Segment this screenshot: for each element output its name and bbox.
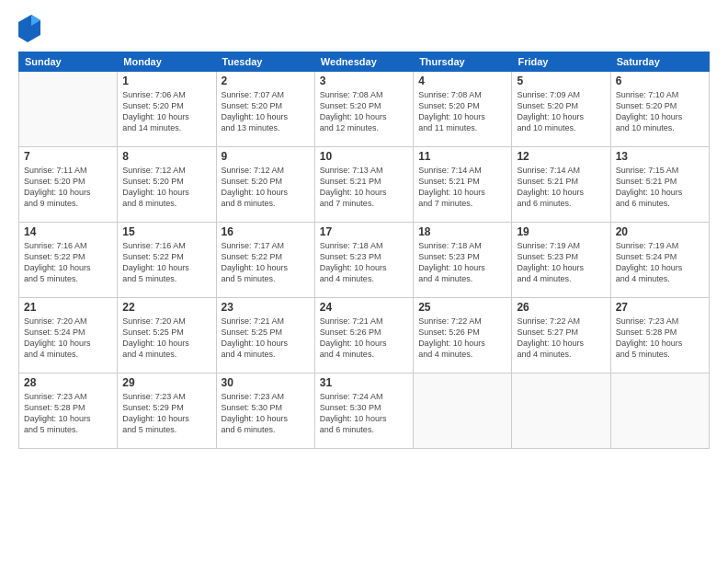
day-number: 20 [616, 225, 704, 238]
day-info: Sunrise: 7:12 AMSunset: 5:20 PMDaylight:… [122, 165, 210, 210]
day-info: Sunrise: 7:14 AMSunset: 5:21 PMDaylight:… [517, 165, 605, 210]
day-number: 22 [122, 301, 210, 314]
calendar-cell: 18Sunrise: 7:18 AMSunset: 5:23 PMDayligh… [414, 223, 512, 298]
calendar-cell: 11Sunrise: 7:14 AMSunset: 5:21 PMDayligh… [414, 147, 512, 223]
calendar-cell: 29Sunrise: 7:23 AMSunset: 5:29 PMDayligh… [118, 373, 216, 449]
day-info: Sunrise: 7:15 AMSunset: 5:21 PMDaylight:… [616, 165, 704, 210]
day-number: 27 [616, 301, 704, 314]
day-number: 21 [24, 301, 112, 314]
day-info: Sunrise: 7:21 AMSunset: 5:25 PMDaylight:… [222, 316, 310, 361]
day-info: Sunrise: 7:23 AMSunset: 5:28 PMDaylight:… [616, 316, 704, 361]
day-number: 15 [122, 225, 210, 238]
day-number: 10 [320, 150, 408, 163]
day-number: 23 [222, 301, 310, 314]
calendar-cell: 6Sunrise: 7:10 AMSunset: 5:20 PMDaylight… [610, 72, 709, 147]
day-info: Sunrise: 7:13 AMSunset: 5:21 PMDaylight:… [320, 165, 408, 210]
calendar-cell: 3Sunrise: 7:08 AMSunset: 5:20 PMDaylight… [314, 72, 413, 147]
day-number: 19 [517, 225, 605, 238]
calendar-cell: 28Sunrise: 7:23 AMSunset: 5:28 PMDayligh… [19, 373, 118, 449]
day-number: 31 [320, 376, 408, 389]
day-info: Sunrise: 7:22 AMSunset: 5:27 PMDaylight:… [517, 316, 605, 361]
day-info: Sunrise: 7:23 AMSunset: 5:30 PMDaylight:… [222, 391, 310, 436]
calendar-cell [512, 373, 610, 449]
day-number: 12 [517, 150, 605, 163]
day-info: Sunrise: 7:08 AMSunset: 5:20 PMDaylight:… [418, 89, 506, 134]
calendar-cell: 1Sunrise: 7:06 AMSunset: 5:20 PMDaylight… [118, 72, 216, 147]
weekday-header: Saturday [610, 52, 709, 72]
calendar-cell: 15Sunrise: 7:16 AMSunset: 5:22 PMDayligh… [118, 223, 216, 298]
day-info: Sunrise: 7:19 AMSunset: 5:23 PMDaylight:… [517, 240, 605, 285]
calendar-cell: 24Sunrise: 7:21 AMSunset: 5:26 PMDayligh… [314, 298, 413, 373]
day-number: 16 [222, 225, 310, 238]
day-info: Sunrise: 7:16 AMSunset: 5:22 PMDaylight:… [24, 240, 112, 285]
calendar-cell: 26Sunrise: 7:22 AMSunset: 5:27 PMDayligh… [512, 298, 610, 373]
calendar-week-row: 7Sunrise: 7:11 AMSunset: 5:20 PMDaylight… [19, 147, 710, 223]
day-number: 29 [122, 376, 210, 389]
day-info: Sunrise: 7:09 AMSunset: 5:20 PMDaylight:… [517, 89, 605, 134]
day-number: 5 [517, 75, 605, 87]
day-number: 1 [122, 75, 210, 87]
day-number: 30 [222, 376, 310, 389]
weekday-header: Tuesday [216, 52, 314, 72]
calendar-week-row: 28Sunrise: 7:23 AMSunset: 5:28 PMDayligh… [19, 373, 710, 449]
calendar-cell: 4Sunrise: 7:08 AMSunset: 5:20 PMDaylight… [414, 72, 512, 147]
day-number: 2 [222, 75, 310, 87]
day-number: 7 [24, 150, 112, 163]
day-info: Sunrise: 7:16 AMSunset: 5:22 PMDaylight:… [122, 240, 210, 285]
day-number: 11 [418, 150, 506, 163]
day-info: Sunrise: 7:12 AMSunset: 5:20 PMDaylight:… [222, 165, 310, 210]
calendar-cell: 9Sunrise: 7:12 AMSunset: 5:20 PMDaylight… [216, 147, 314, 223]
calendar-cell: 27Sunrise: 7:23 AMSunset: 5:28 PMDayligh… [610, 298, 709, 373]
day-info: Sunrise: 7:14 AMSunset: 5:21 PMDaylight:… [418, 165, 506, 210]
calendar-cell [19, 72, 118, 147]
calendar-week-row: 14Sunrise: 7:16 AMSunset: 5:22 PMDayligh… [19, 223, 710, 298]
day-number: 8 [122, 150, 210, 163]
calendar-cell: 2Sunrise: 7:07 AMSunset: 5:20 PMDaylight… [216, 72, 314, 147]
calendar-cell: 31Sunrise: 7:24 AMSunset: 5:30 PMDayligh… [314, 373, 413, 449]
day-number: 6 [616, 75, 704, 87]
calendar-cell: 5Sunrise: 7:09 AMSunset: 5:20 PMDaylight… [512, 72, 610, 147]
day-number: 17 [320, 225, 408, 238]
calendar-cell: 10Sunrise: 7:13 AMSunset: 5:21 PMDayligh… [314, 147, 413, 223]
day-number: 3 [320, 75, 408, 87]
day-number: 25 [418, 301, 506, 314]
day-info: Sunrise: 7:24 AMSunset: 5:30 PMDaylight:… [320, 391, 408, 436]
calendar-cell: 16Sunrise: 7:17 AMSunset: 5:22 PMDayligh… [216, 223, 314, 298]
day-number: 14 [24, 225, 112, 238]
calendar-cell: 21Sunrise: 7:20 AMSunset: 5:24 PMDayligh… [19, 298, 118, 373]
day-info: Sunrise: 7:07 AMSunset: 5:20 PMDaylight:… [222, 89, 310, 134]
calendar-cell: 12Sunrise: 7:14 AMSunset: 5:21 PMDayligh… [512, 147, 610, 223]
day-info: Sunrise: 7:06 AMSunset: 5:20 PMDaylight:… [122, 89, 210, 134]
day-number: 24 [320, 301, 408, 314]
logo [18, 15, 44, 42]
weekday-header-row: SundayMondayTuesdayWednesdayThursdayFrid… [19, 52, 710, 72]
calendar-week-row: 1Sunrise: 7:06 AMSunset: 5:20 PMDaylight… [19, 72, 710, 147]
calendar-cell: 13Sunrise: 7:15 AMSunset: 5:21 PMDayligh… [610, 147, 709, 223]
day-number: 26 [517, 301, 605, 314]
calendar-cell [610, 373, 709, 449]
calendar: SundayMondayTuesdayWednesdayThursdayFrid… [18, 52, 710, 449]
day-info: Sunrise: 7:10 AMSunset: 5:20 PMDaylight:… [616, 89, 704, 134]
page: SundayMondayTuesdayWednesdayThursdayFrid… [0, 0, 728, 563]
calendar-cell: 25Sunrise: 7:22 AMSunset: 5:26 PMDayligh… [414, 298, 512, 373]
weekday-header: Friday [512, 52, 610, 72]
day-number: 9 [222, 150, 310, 163]
day-info: Sunrise: 7:21 AMSunset: 5:26 PMDaylight:… [320, 316, 408, 361]
day-info: Sunrise: 7:23 AMSunset: 5:28 PMDaylight:… [24, 391, 112, 436]
day-info: Sunrise: 7:08 AMSunset: 5:20 PMDaylight:… [320, 89, 408, 134]
calendar-cell: 30Sunrise: 7:23 AMSunset: 5:30 PMDayligh… [216, 373, 314, 449]
calendar-cell [414, 373, 512, 449]
day-info: Sunrise: 7:11 AMSunset: 5:20 PMDaylight:… [24, 165, 112, 210]
calendar-week-row: 21Sunrise: 7:20 AMSunset: 5:24 PMDayligh… [19, 298, 710, 373]
day-number: 18 [418, 225, 506, 238]
calendar-cell: 8Sunrise: 7:12 AMSunset: 5:20 PMDaylight… [118, 147, 216, 223]
header [18, 15, 710, 42]
day-info: Sunrise: 7:22 AMSunset: 5:26 PMDaylight:… [418, 316, 506, 361]
calendar-cell: 19Sunrise: 7:19 AMSunset: 5:23 PMDayligh… [512, 223, 610, 298]
logo-icon [18, 15, 40, 42]
day-info: Sunrise: 7:17 AMSunset: 5:22 PMDaylight:… [222, 240, 310, 285]
calendar-cell: 23Sunrise: 7:21 AMSunset: 5:25 PMDayligh… [216, 298, 314, 373]
day-info: Sunrise: 7:19 AMSunset: 5:24 PMDaylight:… [616, 240, 704, 285]
calendar-cell: 7Sunrise: 7:11 AMSunset: 5:20 PMDaylight… [19, 147, 118, 223]
day-number: 13 [616, 150, 704, 163]
